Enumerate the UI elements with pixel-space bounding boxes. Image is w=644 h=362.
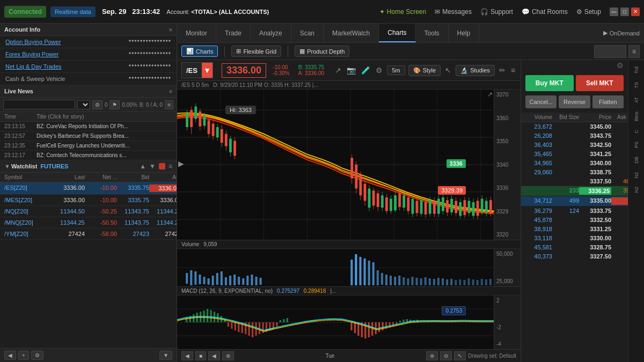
tab-charts[interactable]: Charts <box>379 24 415 42</box>
chart-prev-btn[interactable]: ◀ <box>181 351 193 360</box>
wl-menu-btn[interactable]: ≡ <box>169 162 172 170</box>
wl-arrow-up[interactable]: ▲ <box>140 162 146 170</box>
maximize-button[interactable]: □ <box>620 8 629 16</box>
zoom-out-btn[interactable]: ⊖ <box>440 351 452 360</box>
sell-mkt-btn[interactable]: Sell MKT <box>576 75 624 91</box>
cursor-btn[interactable]: ↖ <box>444 65 452 76</box>
tab-help[interactable]: Help <box>449 24 480 42</box>
wl-add-btn[interactable]: + <box>18 351 29 360</box>
nav-chatrooms[interactable]: 💬 Chat Rooms <box>522 8 568 16</box>
wl-row-1[interactable]: /MES[Z20] 3336.00 -10.00 3335.75 3336.00 <box>0 195 177 206</box>
svg-rect-109 <box>208 278 210 285</box>
side-label-ts[interactable]: TS <box>633 80 640 91</box>
cancel-btn[interactable]: Cancel... <box>525 95 557 108</box>
news-row-2[interactable]: 23:12:35 FuelCell Energy Launches Underw… <box>0 141 177 151</box>
wl-row-4[interactable]: /YM[Z20] 27424 -58.00 27423 27425 <box>0 228 177 240</box>
news-row-0[interactable]: 23:13:15 BZ: CureVac Reports Initiation … <box>0 122 177 131</box>
tab-scan[interactable]: Scan <box>291 24 324 42</box>
account-rows: Option Buying Power *************** Fore… <box>0 36 177 85</box>
grid-icon: ⊞ <box>236 48 241 55</box>
timeframe-btn[interactable]: 5m <box>387 65 405 75</box>
flask-btn[interactable]: 🧪 <box>360 65 371 76</box>
option-buying-power-label[interactable]: Option Buying Power <box>5 39 61 45</box>
chart-order-area: /ES ▼ 3336.00 -10.00 -0.30% B: 3335.75 A… <box>177 60 644 362</box>
chart-crosshair-btn[interactable]: ⊕ <box>222 351 234 360</box>
side-label-trd[interactable]: Trd <box>633 64 640 76</box>
nav-support[interactable]: 🎧 Support <box>480 8 513 16</box>
symbol-selector[interactable]: /ES ▼ <box>181 62 213 78</box>
wl-scroll-btn[interactable]: ▼ <box>159 351 172 360</box>
studies-btn[interactable]: 🔬 Studies <box>456 65 495 76</box>
buy-mkt-btn[interactable]: Buy MKT <box>525 75 574 91</box>
side-label-at[interactable]: AT <box>633 95 640 105</box>
svg-rect-185 <box>280 320 281 322</box>
svg-rect-171 <box>231 322 232 329</box>
product-depth-btn[interactable]: ▦ Product Depth <box>295 46 349 57</box>
tab-monitor[interactable]: Monitor <box>177 24 216 42</box>
news-settings-btn[interactable]: ⚙ <box>92 100 103 109</box>
svg-rect-126 <box>368 261 370 285</box>
style-btn[interactable]: 🎨 Style <box>408 65 441 76</box>
news-search-input[interactable] <box>3 100 75 109</box>
side-label-btns[interactable]: Btns <box>633 109 640 123</box>
chart-nav1-btn[interactable]: ■ <box>195 351 206 360</box>
flatten-btn[interactable]: Flatten <box>592 95 624 108</box>
collapse-icon: ▼ <box>4 163 10 169</box>
wl-arrow-down[interactable]: ▼ <box>149 162 156 170</box>
chart-nav2-btn[interactable]: ◀ <box>208 351 220 360</box>
wl-row-0[interactable]: /ES[Z20] 3336.00 -10.00 3335.75 3336.00 <box>0 182 177 195</box>
side-label-c[interactable]: C <box>633 128 640 136</box>
zoom-in-btn[interactable]: ⊕ <box>426 351 438 360</box>
side-label-ps[interactable]: PS <box>633 139 640 150</box>
side-label-n2-1[interactable]: N2 <box>633 170 640 181</box>
wl-row-3[interactable]: /MNQ[Z20] 11344.25 -50.50 11343.75 11344… <box>0 217 177 228</box>
wl-settings-btn[interactable]: ⚙ <box>31 351 43 360</box>
charts-btn[interactable]: 📊 Charts <box>181 46 218 57</box>
nav-home[interactable]: ✦ Home Screen <box>379 8 426 16</box>
macd-badge: 0.2753 <box>442 306 466 315</box>
wl-row-2[interactable]: /NQ[Z20] 11344.50 -50.25 11343.75 11344.… <box>0 206 177 217</box>
order-settings-btn[interactable]: ⚙ <box>617 61 624 70</box>
reverse-btn[interactable]: Reverse <box>559 95 590 108</box>
minimize-button[interactable]: — <box>610 8 618 16</box>
bid-ask-display: B: 3335.75 A: 3336.00 <box>298 64 324 76</box>
svg-rect-122 <box>350 260 353 285</box>
svg-rect-107 <box>199 275 201 284</box>
tab-tools[interactable]: Tools <box>416 24 449 42</box>
candlestick-chart[interactable]: Hi: 3363 3336 3329.39 ▶ ↗ <box>177 90 494 240</box>
side-label-n2-2[interactable]: N2 <box>633 184 640 195</box>
dom-row-3340: 34,965 3340.00 <box>521 159 628 168</box>
drawing-btn[interactable]: ✏ <box>498 65 507 76</box>
camera-btn[interactable]: 📷 <box>346 65 357 76</box>
tab-analyze[interactable]: Analyze <box>251 24 291 42</box>
account-info-header[interactable]: Account Info ≡ <box>0 24 177 36</box>
expand-arrow[interactable]: ▶ <box>178 159 184 168</box>
symbol-down-arrow[interactable]: ▼ <box>202 63 213 78</box>
settings-btn[interactable]: ⚙ <box>375 65 384 76</box>
flexible-grid-btn[interactable]: ⊞ Flexible Grid <box>231 46 281 57</box>
ondemand-btn[interactable]: ▶ OnDemand <box>603 29 644 36</box>
news-row-3[interactable]: 23:12:17 BZ: Comtech Telecommunications … <box>0 151 177 160</box>
volume-chart-row: 50,000 25,000 <box>177 249 521 286</box>
chart-list-btn[interactable]: ≡ <box>510 65 516 76</box>
side-label-db[interactable]: DB <box>633 154 640 166</box>
svg-rect-164 <box>207 309 208 322</box>
live-news-header[interactable]: Live News ≡ <box>0 85 177 98</box>
forex-buying-power-label[interactable]: Forex Buying Power <box>5 51 58 57</box>
nav-messages[interactable]: ✉ Messages <box>435 8 472 16</box>
netliq-label[interactable]: Net Liq & Day Trades <box>5 63 62 70</box>
share-btn[interactable]: ↗ <box>334 65 342 76</box>
nav-setup[interactable]: ⚙ Setup <box>576 8 601 16</box>
svg-rect-151 <box>477 280 479 285</box>
tab-marketwatch[interactable]: MarketWatch <box>324 24 379 42</box>
news-row-1[interactable]: 23:12:57 Dickey's Barbecue Pit Supports … <box>0 131 177 141</box>
news-flag-btn[interactable]: ⚑ <box>109 100 120 109</box>
wl-prev-btn[interactable]: ◀ <box>4 351 16 360</box>
charts-list-btn[interactable]: ≡ <box>628 45 640 58</box>
cursor-mode-btn[interactable]: ↖ <box>454 351 466 360</box>
news-filter-select[interactable] <box>77 100 90 109</box>
close-button[interactable]: ✕ <box>631 8 640 16</box>
tab-trade[interactable]: Trade <box>216 24 251 42</box>
news-list-btn[interactable]: ≡ <box>165 100 173 109</box>
svg-rect-150 <box>472 279 474 285</box>
